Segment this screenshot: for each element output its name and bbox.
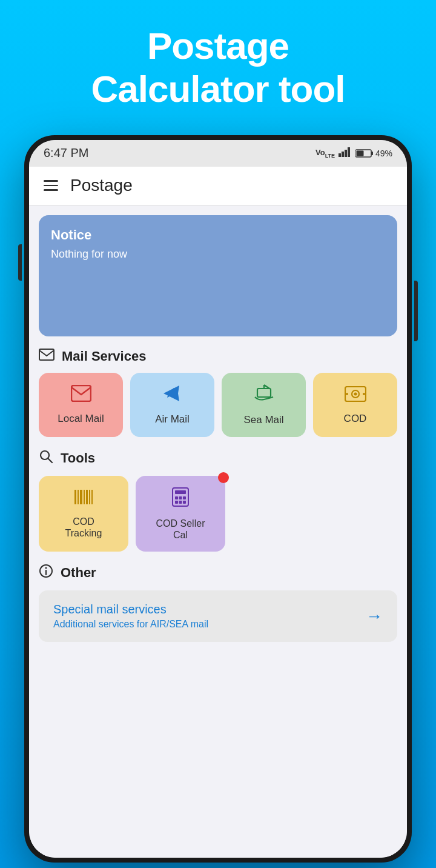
svg-point-16 [363, 393, 365, 395]
info-icon [39, 564, 53, 582]
notice-card: Notice Nothing for now [39, 215, 397, 336]
sea-mail-label: Sea Mail [243, 414, 283, 426]
arrow-right-icon: → [366, 607, 383, 626]
battery-percent: 49% [375, 149, 392, 158]
search-icon [39, 449, 53, 467]
hero-title: Postage Calculator tool [91, 24, 345, 111]
special-mail-content: Special mail services Additional service… [53, 603, 208, 630]
special-mail-subtitle: Additional services for AIR/SEA mail [53, 619, 208, 630]
battery-icon: 49% [355, 149, 392, 158]
tools-title: Tools [61, 450, 95, 466]
barcode-icon [73, 489, 94, 510]
sea-mail-card[interactable]: Sea Mail [222, 373, 306, 437]
svg-rect-3 [348, 147, 350, 157]
ship-icon [254, 384, 274, 408]
money-icon [345, 384, 366, 407]
svg-rect-30 [183, 496, 186, 499]
svg-rect-2 [345, 150, 347, 157]
svg-rect-29 [179, 496, 182, 499]
svg-rect-21 [80, 490, 82, 504]
local-mail-card[interactable]: Local Mail [39, 373, 123, 437]
envelope-icon [71, 384, 91, 407]
svg-rect-19 [74, 490, 76, 504]
mail-services-title: Mail Services [62, 349, 146, 364]
other-section: Other Special mail services Additional s… [39, 564, 397, 642]
air-mail-card[interactable]: Air Mail [130, 373, 214, 437]
tools-grid: COD Tracking [39, 476, 397, 552]
air-mail-label: Air Mail [155, 413, 190, 426]
other-section-header: Other [39, 564, 397, 582]
svg-rect-7 [39, 349, 54, 360]
cod-label: COD [344, 413, 367, 425]
svg-rect-6 [356, 150, 363, 156]
signal-icon [339, 147, 352, 159]
status-icons: VoLTE 49% [315, 147, 392, 159]
app-header: Postage [29, 167, 407, 205]
svg-point-14 [354, 393, 357, 396]
cod-tracking-label: COD Tracking [65, 516, 102, 539]
mail-services-grid: Local Mail Air Mail [39, 373, 397, 437]
mail-services-section-header: Mail Services [39, 349, 397, 364]
status-time: 6:47 PM [44, 146, 88, 160]
main-scroll-content[interactable]: Notice Nothing for now Mail Services [29, 205, 407, 858]
svg-rect-32 [179, 501, 182, 504]
svg-rect-27 [175, 490, 186, 494]
phone-frame: 6:47 PM VoLTE [24, 135, 412, 863]
phone-side-button-left [18, 244, 22, 281]
hamburger-menu-button[interactable] [44, 180, 58, 191]
svg-rect-5 [371, 152, 373, 155]
svg-rect-0 [339, 153, 341, 157]
svg-rect-20 [78, 490, 79, 504]
other-title: Other [61, 565, 96, 581]
svg-rect-1 [342, 152, 344, 157]
status-bar: 6:47 PM VoLTE [29, 140, 407, 167]
cod-tracking-card[interactable]: COD Tracking [39, 476, 128, 552]
app-title: Postage [70, 176, 133, 195]
svg-point-36 [45, 567, 47, 569]
svg-rect-31 [175, 501, 178, 504]
svg-line-18 [48, 458, 52, 462]
notice-body: Nothing for now [51, 248, 385, 261]
plane-icon [162, 384, 183, 407]
special-mail-title: Special mail services [53, 603, 208, 616]
special-mail-services-card[interactable]: Special mail services Additional service… [39, 590, 397, 642]
calculator-icon [171, 487, 190, 512]
cod-card[interactable]: COD [313, 373, 397, 437]
svg-point-15 [346, 393, 348, 395]
local-mail-label: Local Mail [58, 413, 104, 425]
svg-rect-25 [91, 490, 93, 504]
notification-dot [218, 472, 229, 483]
notice-title: Notice [51, 227, 385, 243]
phone-side-button-right [414, 281, 418, 341]
lte-icon: VoLTE [315, 148, 335, 159]
phone-screen: 6:47 PM VoLTE [29, 140, 407, 858]
cod-seller-cal-card[interactable]: COD Seller Cal [136, 476, 225, 552]
mail-icon [39, 349, 54, 364]
svg-rect-22 [84, 490, 85, 504]
svg-rect-33 [183, 501, 186, 504]
tools-section-header: Tools [39, 449, 397, 467]
svg-rect-24 [89, 490, 90, 504]
svg-rect-28 [175, 496, 178, 499]
svg-rect-23 [86, 490, 88, 504]
cod-seller-cal-label: COD Seller Cal [156, 518, 205, 541]
svg-rect-8 [71, 386, 91, 401]
svg-rect-9 [257, 389, 271, 397]
